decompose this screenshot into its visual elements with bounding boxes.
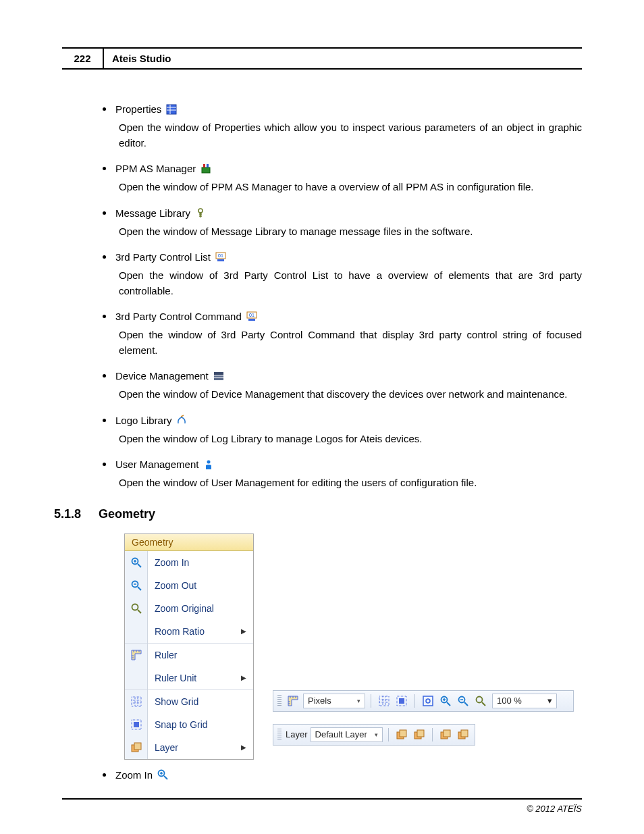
- svg-point-25: [132, 604, 138, 610]
- toolbar-grip[interactable]: [277, 729, 281, 741]
- svg-rect-40: [134, 743, 141, 750]
- ruler-icon[interactable]: [286, 694, 300, 708]
- zoom-orig-icon: [125, 597, 147, 620]
- properties-icon: [165, 104, 178, 115]
- bullet-label: Logo Library: [115, 415, 171, 426]
- bullet-dot: [103, 167, 106, 170]
- bullet-label: Device Management: [115, 370, 209, 382]
- geometry-toolbar: Pixels ▾ 100 % ▾: [273, 690, 574, 712]
- grid-icon[interactable]: [377, 694, 392, 708]
- svg-line-60: [464, 702, 468, 706]
- menu-item-label: Snap to Grid: [155, 719, 208, 730]
- svg-rect-13: [248, 319, 255, 321]
- layer-dropdown[interactable]: Default Layer ▾: [311, 727, 383, 742]
- bullet-dot: [103, 419, 106, 422]
- bullet-item: 3rd Party Control Command01: [103, 311, 582, 322]
- layer-copy-icon[interactable]: [438, 727, 453, 742]
- chevron-down-icon: ▾: [375, 731, 378, 738]
- bullet-item: Properties: [103, 103, 582, 115]
- ruler-unit-dropdown[interactable]: Pixels ▾: [303, 694, 365, 708]
- bullet-description: Open the window of Device Management tha…: [119, 387, 582, 402]
- bullet-label: Zoom In: [115, 769, 153, 781]
- bullet-item: PPM AS Manager: [103, 163, 582, 174]
- third-party-list-icon: 01: [215, 252, 227, 263]
- menu-item-label: Zoom Out: [155, 580, 196, 591]
- svg-rect-67: [417, 730, 424, 737]
- bullet-description: Open the window of Properties which allo…: [119, 120, 582, 151]
- menu-item-room-ratio[interactable]: Room Ratio▶: [148, 620, 253, 643]
- page-header: 222 Ateis Studio: [62, 47, 582, 70]
- header-title: Ateis Studio: [104, 49, 582, 68]
- svg-point-62: [477, 696, 483, 702]
- svg-line-23: [138, 587, 141, 590]
- submenu-arrow-icon: ▶: [241, 674, 246, 681]
- zoom-fit-icon[interactable]: [421, 694, 435, 708]
- bullet-item: User Management: [103, 459, 582, 470]
- bullet-label: 3rd Party Control List: [115, 251, 211, 263]
- zoom-out-icon: [125, 574, 147, 597]
- bullet-label: User Management: [115, 459, 198, 470]
- zoom-in-icon: [125, 551, 147, 574]
- snap-icon[interactable]: [394, 694, 409, 708]
- svg-line-26: [138, 610, 141, 613]
- ruler-icon: [125, 644, 147, 667]
- menu-item-label: Zoom Original: [155, 603, 214, 614]
- geometry-tab[interactable]: Geometry: [125, 534, 253, 551]
- zoom-in-icon: [157, 769, 169, 780]
- bullet-dot: [103, 374, 106, 377]
- layer-toolbar: Layer Default Layer ▾: [273, 724, 475, 746]
- ppm-icon: [200, 163, 212, 174]
- menu-item-zoom-original[interactable]: Zoom Original: [148, 597, 253, 620]
- third-party-cmd-icon: 01: [246, 311, 258, 322]
- menu-item-label: Room Ratio: [155, 626, 205, 637]
- zoom-in-icon[interactable]: [438, 694, 453, 708]
- svg-rect-14: [214, 372, 223, 375]
- bullet-dot: [103, 773, 106, 777]
- blank-icon: [125, 620, 147, 643]
- bullet-description: Open the window of 3rd Party Control Com…: [119, 328, 582, 358]
- layer-del-icon[interactable]: [412, 727, 427, 742]
- bullet-dot: [103, 255, 106, 259]
- menu-item-show-grid[interactable]: Show Grid: [148, 690, 253, 713]
- zoom-orig-icon[interactable]: [473, 694, 488, 708]
- bullet-item: 3rd Party Control List01: [103, 251, 582, 263]
- menu-item-snap-to-grid[interactable]: Snap to Grid: [148, 713, 253, 736]
- menu-item-ruler[interactable]: Ruler: [148, 644, 253, 667]
- bullet-label: Message Library: [115, 207, 190, 219]
- layer-add-icon[interactable]: [394, 727, 409, 742]
- layer-paste-icon[interactable]: [456, 727, 471, 742]
- page-number: 222: [62, 49, 104, 68]
- toolbar-grip[interactable]: [277, 695, 281, 707]
- svg-point-7: [198, 209, 203, 213]
- svg-rect-10: [217, 259, 224, 261]
- chevron-down-icon: ▾: [547, 696, 552, 706]
- zoom-level-dropdown[interactable]: 100 % ▾: [492, 694, 557, 708]
- menu-item-ruler-unit[interactable]: Ruler Unit▶: [148, 667, 253, 689]
- svg-line-19: [138, 564, 141, 567]
- logo-library-icon: [176, 415, 188, 425]
- section-heading: 5.1.8 Geometry: [54, 507, 582, 521]
- menu-item-label: Ruler Unit: [155, 673, 196, 683]
- menu-item-zoom-in[interactable]: Zoom In: [148, 551, 253, 574]
- grid-icon: [125, 690, 147, 713]
- layer-label: Layer: [286, 729, 308, 739]
- svg-point-17: [207, 460, 211, 463]
- bullet-item: Device Management: [103, 370, 582, 382]
- submenu-arrow-icon: ▶: [241, 627, 246, 635]
- bullet-label: Properties: [115, 103, 161, 115]
- chevron-down-icon: ▾: [357, 698, 360, 704]
- section-number: 5.1.8: [54, 507, 81, 521]
- svg-text:01: 01: [218, 253, 223, 258]
- svg-rect-69: [444, 730, 450, 737]
- svg-rect-53: [423, 696, 433, 706]
- menu-item-zoom-out[interactable]: Zoom Out: [148, 574, 253, 597]
- menu-item-label: Ruler: [155, 650, 177, 660]
- zoom-out-icon[interactable]: [456, 694, 471, 708]
- svg-rect-16: [214, 378, 223, 380]
- svg-rect-5: [203, 164, 205, 167]
- menu-item-label: Zoom In: [155, 557, 189, 568]
- bullet-label: PPM AS Manager: [115, 163, 196, 174]
- menu-item-layer[interactable]: Layer▶: [148, 736, 253, 759]
- ruler-unit-value: Pixels: [308, 696, 331, 706]
- bullet-description: Open the window of User Management for e…: [119, 475, 582, 491]
